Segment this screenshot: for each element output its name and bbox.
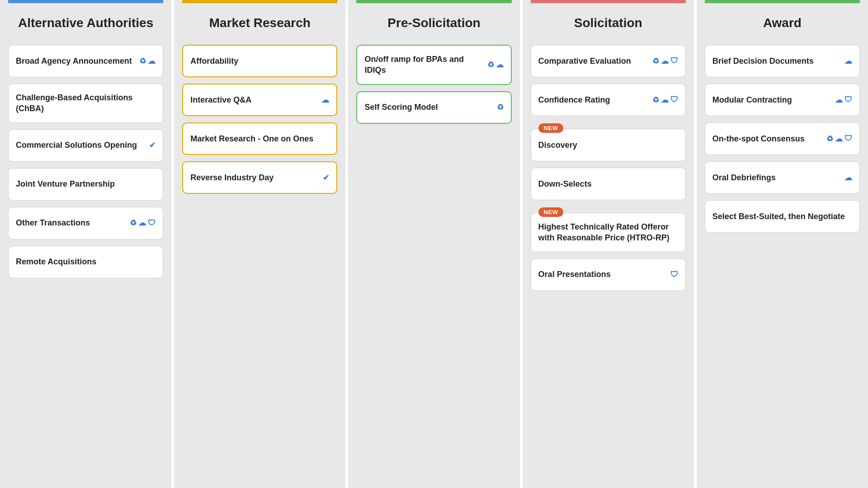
card-icons-pre-1: ♻ xyxy=(497,103,504,112)
card-text-sol-4: Highest Technically Rated Offeror with R… xyxy=(538,221,678,244)
card-text-award-3: Oral Debriefings xyxy=(712,172,841,183)
card-icons-market-1: ☁ xyxy=(321,95,329,105)
recycle-icon: ♻ xyxy=(652,56,659,66)
cloud-icon: ☁ xyxy=(148,56,156,66)
card-text-alt-1: Challenge-Based Acquisitions (ChBA) xyxy=(16,92,156,114)
card-sol-1[interactable]: Confidence Rating♻☁🛡 xyxy=(531,84,686,116)
card-icons-sol-0: ♻☁🛡 xyxy=(652,56,678,66)
cloud-icon: ☁ xyxy=(844,56,852,66)
card-award-0[interactable]: Brief Decision Documents☁ xyxy=(705,45,860,77)
card-icons-alt-0: ♻☁ xyxy=(139,56,156,66)
cloud-icon: ☁ xyxy=(844,173,852,183)
card-alt-2[interactable]: Commercial Solutions Opening✔ xyxy=(8,129,163,162)
card-icons-alt-2: ✔ xyxy=(149,141,156,150)
card-sol-4[interactable]: NEWHighest Technically Rated Offeror wit… xyxy=(531,213,686,252)
card-market-1[interactable]: Interactive Q&A☁ xyxy=(182,84,337,116)
card-text-pre-1: Self Scoring Model xyxy=(364,102,493,113)
card-text-market-0: Affordability xyxy=(190,56,329,66)
card-pre-1[interactable]: Self Scoring Model♻ xyxy=(356,91,511,124)
shield-icon: 🛡 xyxy=(844,134,852,143)
card-text-award-2: On-the-spot Consensus xyxy=(712,133,823,144)
recycle-icon: ♻ xyxy=(826,134,833,144)
shield-icon: 🛡 xyxy=(670,56,678,66)
card-icons-market-3: ✔ xyxy=(323,173,329,183)
card-sol-5[interactable]: Oral Presentations🛡 xyxy=(531,258,686,291)
card-text-award-0: Brief Decision Documents xyxy=(712,56,841,66)
card-award-1[interactable]: Modular Contracting☁🛡 xyxy=(705,84,860,116)
card-sol-3[interactable]: Down-Selects xyxy=(531,168,686,200)
column-market: Market ResearchAffordabilityInteractive … xyxy=(174,0,348,488)
cloud-icon: ☁ xyxy=(321,95,329,105)
card-text-alt-3: Joint Venture Partnership xyxy=(16,178,156,189)
card-text-sol-5: Oral Presentations xyxy=(538,269,667,280)
card-text-alt-5: Remote Acquisitions xyxy=(16,256,156,267)
card-icons-award-2: ♻☁🛡 xyxy=(826,134,852,144)
column-award: AwardBrief Decision Documents☁Modular Co… xyxy=(697,0,868,488)
card-pre-0[interactable]: On/off ramp for BPAs and IDIQs♻☁ xyxy=(356,45,511,85)
column-header-pre: Pre-Solicitation xyxy=(356,0,511,40)
column-alt: Alternative AuthoritiesBroad Agency Anno… xyxy=(0,0,174,488)
column-header-alt: Alternative Authorities xyxy=(8,0,163,40)
card-alt-4[interactable]: Other Transactions♻☁🛡 xyxy=(8,207,163,239)
board: Alternative AuthoritiesBroad Agency Anno… xyxy=(0,0,868,488)
card-text-alt-2: Commercial Solutions Opening xyxy=(16,140,146,150)
card-text-sol-0: Comparative Evaluation xyxy=(538,56,649,66)
column-header-market: Market Research xyxy=(182,0,337,40)
card-icons-award-0: ☁ xyxy=(844,56,852,66)
card-icons-sol-1: ♻☁🛡 xyxy=(652,95,678,105)
card-text-award-1: Modular Contracting xyxy=(712,94,831,105)
card-alt-0[interactable]: Broad Agency Announcement♻☁ xyxy=(8,45,163,77)
card-icons-award-3: ☁ xyxy=(844,173,852,183)
card-alt-3[interactable]: Joint Venture Partnership xyxy=(8,168,163,201)
card-market-2[interactable]: Market Research - One on Ones xyxy=(182,122,337,155)
new-badge: NEW xyxy=(538,123,564,133)
card-sol-2[interactable]: NEWDiscovery xyxy=(531,129,686,161)
card-text-market-3: Reverse Industry Day xyxy=(190,172,319,183)
card-award-3[interactable]: Oral Debriefings☁ xyxy=(705,161,860,194)
card-text-pre-0: On/off ramp for BPAs and IDIQs xyxy=(364,54,483,76)
new-badge: NEW xyxy=(538,207,564,217)
card-alt-5[interactable]: Remote Acquisitions xyxy=(8,246,163,278)
column-header-sol: Solicitation xyxy=(531,0,686,40)
card-icons-pre-0: ♻☁ xyxy=(487,60,504,70)
card-award-4[interactable]: Select Best-Suited, then Negotiate xyxy=(705,200,860,233)
cloud-icon: ☁ xyxy=(496,60,504,70)
card-icons-award-1: ☁🛡 xyxy=(835,95,852,105)
card-text-alt-0: Broad Agency Announcement xyxy=(16,56,136,66)
card-market-3[interactable]: Reverse Industry Day✔ xyxy=(182,161,337,194)
column-pre: Pre-SolicitationOn/off ramp for BPAs and… xyxy=(348,0,522,488)
card-text-sol-3: Down-Selects xyxy=(538,178,678,189)
card-market-0[interactable]: Affordability xyxy=(182,45,337,77)
column-sol: SolicitationComparative Evaluation♻☁🛡Con… xyxy=(523,0,697,488)
shield-icon: 🛡 xyxy=(670,95,678,104)
card-text-sol-1: Confidence Rating xyxy=(538,94,649,105)
card-text-alt-4: Other Transactions xyxy=(16,217,126,228)
card-award-2[interactable]: On-the-spot Consensus♻☁🛡 xyxy=(705,122,860,155)
column-header-award: Award xyxy=(705,0,860,40)
cloud-icon: ☁ xyxy=(661,95,669,105)
recycle-icon: ♻ xyxy=(487,60,494,70)
shield-icon: 🛡 xyxy=(670,270,678,279)
cloud-icon: ☁ xyxy=(661,56,669,66)
cloud-icon: ☁ xyxy=(138,218,146,228)
recycle-icon: ♻ xyxy=(652,95,659,105)
card-icons-alt-4: ♻☁🛡 xyxy=(130,218,156,228)
recycle-icon: ♻ xyxy=(130,218,137,228)
card-text-market-1: Interactive Q&A xyxy=(190,94,318,105)
cloud-icon: ☁ xyxy=(835,134,843,144)
shield-icon: 🛡 xyxy=(148,219,156,228)
card-sol-0[interactable]: Comparative Evaluation♻☁🛡 xyxy=(531,45,686,77)
card-icons-sol-5: 🛡 xyxy=(670,270,678,279)
cloud-icon: ☁ xyxy=(835,95,843,105)
card-alt-1[interactable]: Challenge-Based Acquisitions (ChBA) xyxy=(8,84,163,123)
check-icon: ✔ xyxy=(323,173,329,183)
recycle-icon: ♻ xyxy=(497,103,504,112)
card-text-market-2: Market Research - One on Ones xyxy=(190,133,329,144)
card-text-award-4: Select Best-Suited, then Negotiate xyxy=(712,211,852,222)
shield-icon: 🛡 xyxy=(844,95,852,104)
recycle-icon: ♻ xyxy=(139,56,146,66)
card-text-sol-2: Discovery xyxy=(538,140,678,150)
check-icon: ✔ xyxy=(149,141,156,150)
